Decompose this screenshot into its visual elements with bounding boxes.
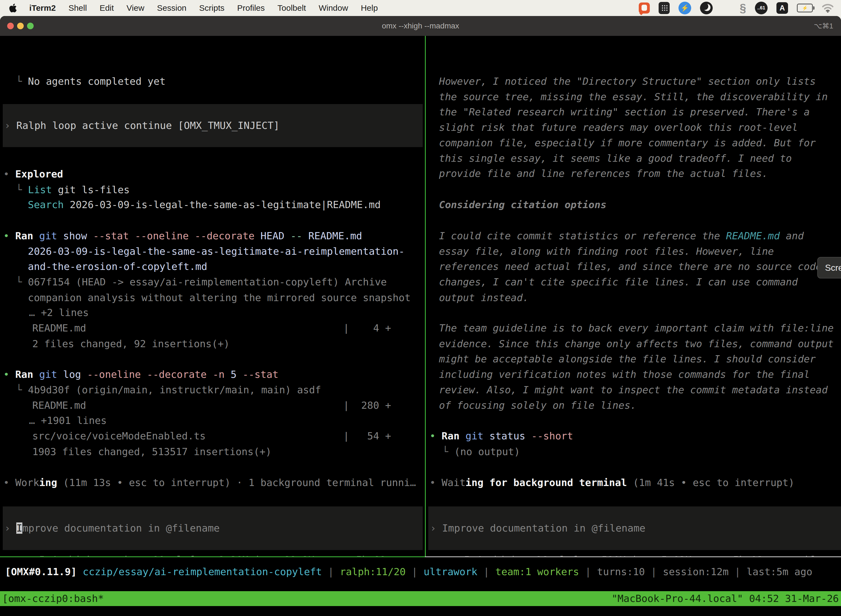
git-log-stat-voice: src/voice/voiceModeEnabled.ts | 54 + bbox=[32, 428, 391, 444]
session-stats-left: gpt-5.4 xhigh · main · 91% left · 2.31M … bbox=[15, 552, 416, 556]
thinking-para3-line1: The team guideline is to back every impo… bbox=[439, 320, 834, 336]
screen-tooltip: Scre bbox=[817, 257, 841, 279]
git-show-stat-summary: 2 files changed, 92 insertions(+) bbox=[32, 336, 230, 352]
tmux-session-label: [omx-cczip0:bash* bbox=[2, 591, 104, 606]
window-shortcut-badge: ⌥⌘1 bbox=[814, 16, 833, 36]
terminal: └ No agents completed yet › Ralph loop a… bbox=[0, 36, 841, 616]
menu-item-edit[interactable]: Edit bbox=[100, 3, 114, 13]
git-log-stat-readme: README.md | 280 + bbox=[32, 398, 391, 413]
ralph-loop-text: › Ralph loop active continue [OMX_TMUX_I… bbox=[4, 118, 280, 133]
thinking-para1-line4: slight risk that future readers may over… bbox=[439, 120, 798, 135]
thinking-para3-line6: of focusing solely on file lines. bbox=[439, 398, 636, 413]
thinking-para2-line2: essay file, along with finding root file… bbox=[439, 244, 774, 259]
menu-bar: iTerm2 Shell Edit View Session Scripts P… bbox=[0, 0, 841, 16]
waiting-status-line: • Waiting for background terminal (1m 41… bbox=[429, 475, 794, 490]
thinking-para1-line6: this single essay, it seems like a good … bbox=[439, 151, 792, 166]
pane-border-bottom-right bbox=[425, 556, 841, 557]
squiggle-icon[interactable]: § bbox=[740, 1, 746, 15]
git-log-stat-summary: 1903 files changed, 513517 insertions(+) bbox=[32, 444, 271, 459]
keyboard-icon[interactable] bbox=[659, 2, 670, 14]
explored-header: • Explored bbox=[3, 166, 63, 182]
prompt-input-right-text: › Improve documentation in @filename bbox=[430, 521, 645, 536]
screen-recording-icon[interactable] bbox=[639, 3, 650, 13]
menu-item-view[interactable]: View bbox=[127, 3, 144, 13]
input-source-icon[interactable]: A bbox=[777, 2, 788, 14]
git-status-no-output: └ (no output) bbox=[442, 444, 520, 459]
thinking-para2-line1: I could cite commit statistics or refere… bbox=[439, 228, 804, 244]
battery-icon[interactable]: ⚡ bbox=[797, 4, 813, 12]
menu-item-iterm2[interactable]: iTerm2 bbox=[29, 3, 56, 13]
working-status-line: • Working (11m 13s • esc to interrupt) ·… bbox=[3, 475, 416, 490]
ran-git-show-cmd: • Ran git show --stat --oneline --decora… bbox=[3, 228, 362, 244]
thinking-para3-line4: including verification notes with those … bbox=[439, 367, 810, 382]
git-show-message-line: companion analysis without altering the … bbox=[28, 290, 410, 305]
apple-menu-icon[interactable] bbox=[8, 3, 18, 13]
thinking-para1-line5: companion file, especially if more comme… bbox=[439, 135, 816, 151]
moon-icon[interactable] bbox=[700, 1, 713, 14]
git-show-more-lines: … +2 lines bbox=[29, 305, 89, 320]
grid-dots-icon[interactable] bbox=[722, 3, 731, 13]
wifi-icon[interactable] bbox=[822, 3, 834, 13]
right-pane: However, I noticed the "Directory Struct… bbox=[426, 36, 841, 556]
battery-percent-icon[interactable]: ..61 bbox=[755, 1, 768, 14]
thinking-para1-line2: the source tree, missing the essay. Stil… bbox=[439, 89, 828, 105]
shield-badge-icon[interactable]: ⚡ bbox=[678, 1, 691, 14]
explored-search-cmd: Search 2026-03-09-is-legal-the-same-as-l… bbox=[28, 197, 381, 213]
thinking-para2-line3: references need actual files, and since … bbox=[439, 259, 822, 274]
prompt-input-left-text: › Improve documentation in @filename bbox=[4, 521, 220, 536]
menu-item-help[interactable]: Help bbox=[361, 3, 378, 13]
menu-item-toolbelt[interactable]: Toolbelt bbox=[278, 3, 306, 13]
tmux-host-clock: "MacBook-Pro-44.local" 04:52 31-Mar-26 bbox=[611, 591, 839, 606]
window-title: omx --xhigh --madmax bbox=[0, 16, 841, 36]
thinking-para3-line5: review. Also, I might want to inspect th… bbox=[439, 382, 828, 398]
thinking-para1-line1: However, I noticed the "Directory Struct… bbox=[439, 74, 816, 89]
session-stats-right: gpt-5.4 xhigh · 96% left · 520K in · 5.8… bbox=[440, 552, 835, 556]
thinking-para2-line4: changes, I can't cite specific file line… bbox=[439, 274, 798, 290]
thinking-heading: Considering citation options bbox=[439, 197, 607, 213]
git-show-commit-line: └ 067f154 (HEAD -> essay/ai-reimplementa… bbox=[16, 274, 387, 290]
menu-items: iTerm2 Shell Edit View Session Scripts P… bbox=[29, 3, 378, 13]
ran-git-status-cmd: • Ran git status --short bbox=[429, 428, 573, 444]
git-show-stat-readme: README.md | 4 + bbox=[32, 320, 391, 336]
menu-item-shell[interactable]: Shell bbox=[69, 3, 87, 13]
no-agents-line: └ No agents completed yet bbox=[16, 74, 166, 89]
ran-git-log-cmd: • Ran git log --oneline --decorate -n 5 … bbox=[3, 367, 278, 382]
thinking-para2-line5: output instead. bbox=[439, 290, 529, 305]
git-show-path-line2: and-the-erosion-of-copyleft.md bbox=[28, 259, 207, 274]
window-titlebar: omx --xhigh --madmax ⌥⌘1 bbox=[0, 16, 841, 36]
left-pane: └ No agents completed yet › Ralph loop a… bbox=[0, 36, 425, 556]
iterm2-window: omx --xhigh --madmax ⌥⌘1 └ No agents com… bbox=[0, 16, 841, 616]
omx-status-line: [OMX#0.11.9] cczip/essay/ai-reimplementa… bbox=[5, 564, 812, 579]
git-log-commit-line: └ 4b9d30f (origin/main, instructkr/main,… bbox=[16, 382, 321, 398]
explored-list-cmd: └ List git ls-files bbox=[16, 182, 130, 198]
menu-item-session[interactable]: Session bbox=[157, 3, 186, 13]
git-show-path-line1: 2026-03-09-is-legal-the-same-as-legitima… bbox=[28, 244, 404, 259]
pane-border-bottom-left bbox=[0, 556, 425, 557]
thinking-para3-line3: might be acceptable alongside the file l… bbox=[439, 351, 816, 367]
pane-divider-vertical[interactable] bbox=[425, 36, 426, 556]
menu-item-profiles[interactable]: Profiles bbox=[237, 3, 265, 13]
menu-status-icons: ⚡ § ..61 A ⚡ bbox=[639, 0, 834, 16]
thinking-para3-line2: evidence. Since this change only affects… bbox=[439, 336, 834, 352]
menu-item-scripts[interactable]: Scripts bbox=[199, 3, 224, 13]
menu-item-window[interactable]: Window bbox=[319, 3, 348, 13]
thinking-para1-line7: provide file and line references from th… bbox=[439, 166, 768, 181]
tmux-status-bar: [omx-cczip0:bash* "MacBook-Pro-44.local"… bbox=[0, 591, 841, 606]
thinking-para1-line3: the "Related research writing" section i… bbox=[439, 104, 810, 120]
git-log-more-lines: … +1901 lines bbox=[29, 413, 107, 428]
